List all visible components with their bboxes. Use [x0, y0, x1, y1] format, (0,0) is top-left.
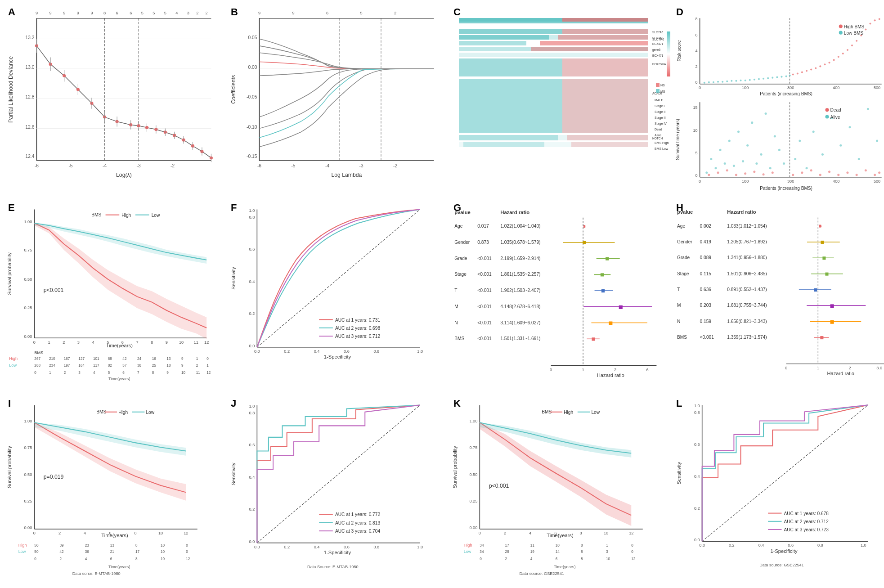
- svg-text:15: 15: [693, 105, 697, 110]
- svg-text:Hazard ratio: Hazard ratio: [500, 210, 530, 215]
- svg-text:0.25: 0.25: [469, 499, 477, 503]
- svg-text:0.75: 0.75: [24, 248, 32, 252]
- svg-text:12: 12: [184, 531, 188, 535]
- svg-point-229: [746, 144, 749, 147]
- svg-text:Sensitivity: Sensitivity: [231, 267, 236, 290]
- svg-text:2: 2: [63, 340, 65, 345]
- svg-text:2: 2: [196, 364, 198, 368]
- svg-text:21: 21: [110, 550, 115, 554]
- svg-text:1.501(0.906~2.485): 1.501(0.906~2.485): [727, 271, 767, 276]
- svg-text:1.902(1.503~2.407): 1.902(1.503~2.407): [500, 288, 540, 293]
- svg-text:1: 1: [582, 368, 584, 372]
- svg-text:0.4: 0.4: [314, 545, 320, 549]
- svg-text:Low: Low: [9, 363, 17, 368]
- svg-text:1.205(0.767~1.892): 1.205(0.767~1.892): [727, 239, 767, 244]
- svg-text:1.033(1.012~1.054): 1.033(1.012~1.054): [727, 224, 767, 229]
- svg-text:12: 12: [186, 557, 190, 561]
- svg-text:5: 5: [153, 11, 155, 15]
- svg-text:High: High: [18, 543, 27, 548]
- svg-text:8: 8: [579, 531, 582, 535]
- svg-text:4: 4: [696, 49, 698, 53]
- svg-rect-136: [656, 89, 660, 93]
- svg-point-164: [713, 81, 714, 83]
- svg-text:39: 39: [60, 543, 64, 548]
- svg-text:2: 2: [206, 11, 208, 15]
- panel-j: J Sensitivity 1-Specificity 0.0 0.2 0.4 …: [227, 396, 448, 588]
- svg-text:3.114(1.609~6.027): 3.114(1.609~6.027): [500, 320, 540, 325]
- svg-text:-0.10: -0.10: [247, 125, 257, 130]
- svg-point-246: [858, 158, 860, 160]
- panel-e-label: E: [8, 202, 15, 214]
- svg-point-189: [824, 63, 826, 65]
- svg-point-238: [794, 158, 796, 160]
- svg-text:Sensitivity: Sensitivity: [231, 462, 236, 485]
- svg-text:50: 50: [34, 543, 39, 548]
- svg-text:-3: -3: [137, 163, 141, 168]
- svg-point-188: [819, 65, 821, 67]
- panel-a-svg: Partial Likelihood Deviance Log(λ) 12.4 …: [4, 4, 225, 193]
- svg-text:p<0.001: p<0.001: [489, 483, 509, 489]
- svg-text:0.4: 0.4: [758, 543, 764, 548]
- svg-text:1.00: 1.00: [469, 419, 477, 423]
- panel-e-svg: Survival probability Time(years) 0.00 0.…: [4, 200, 225, 393]
- svg-text:8: 8: [581, 557, 583, 561]
- svg-rect-388: [601, 273, 604, 276]
- svg-text:0: 0: [479, 531, 481, 535]
- svg-text:10: 10: [556, 543, 560, 548]
- svg-text:6: 6: [326, 11, 328, 15]
- svg-point-268: [825, 108, 829, 112]
- svg-text:Data Source: E-MTAB-1980: Data Source: E-MTAB-1980: [307, 565, 359, 569]
- svg-text:Partial Likelihood Deviance: Partial Likelihood Deviance: [8, 56, 14, 123]
- svg-rect-398: [619, 305, 623, 309]
- svg-rect-452: [830, 320, 834, 324]
- svg-point-169: [735, 80, 737, 82]
- panel-e: E Survival probability Time(years) 0.00 …: [4, 200, 225, 394]
- svg-text:2: 2: [848, 366, 851, 370]
- svg-text:BMS High: BMS High: [655, 141, 669, 145]
- panel-i-svg: Survival probability Time(years) 0.00 0.…: [4, 396, 225, 588]
- svg-text:p=0.019: p=0.019: [44, 474, 64, 480]
- svg-rect-120: [571, 142, 648, 147]
- svg-text:0: 0: [34, 557, 36, 561]
- svg-text:0.002: 0.002: [700, 224, 712, 229]
- svg-text:17: 17: [135, 550, 140, 554]
- svg-rect-106: [531, 47, 648, 51]
- svg-rect-432: [822, 256, 826, 260]
- svg-text:0.0: 0.0: [254, 545, 260, 549]
- svg-text:Data sorce: E-MTAB-1980: Data sorce: E-MTAB-1980: [72, 571, 121, 576]
- svg-text:-2: -2: [171, 163, 175, 168]
- svg-point-185: [806, 70, 808, 72]
- svg-text:SLC7A8: SLC7A8: [652, 36, 664, 40]
- svg-text:0.4: 0.4: [249, 279, 255, 284]
- svg-text:6: 6: [556, 557, 558, 561]
- svg-text:4: 4: [529, 531, 531, 535]
- svg-point-201: [879, 18, 880, 20]
- svg-text:36: 36: [85, 550, 90, 554]
- svg-text:11: 11: [196, 371, 201, 375]
- svg-text:2: 2: [394, 11, 396, 15]
- panel-c: C SLC7A6: [450, 4, 670, 198]
- panel-g-svg: pvalue Hazard ratio Age 0.017 1.022(1.00…: [450, 200, 670, 393]
- svg-text:0.203: 0.203: [700, 303, 712, 308]
- svg-text:10: 10: [161, 550, 165, 554]
- svg-text:Dead: Dead: [830, 108, 841, 112]
- svg-text:1.0: 1.0: [417, 349, 423, 354]
- svg-text:0.00: 0.00: [24, 525, 32, 530]
- svg-text:0.115: 0.115: [700, 271, 712, 276]
- svg-text:BMS: BMS: [91, 212, 101, 217]
- svg-text:4: 4: [92, 340, 94, 345]
- svg-text:AUC at 1 years: 0.678: AUC at 1 years: 0.678: [784, 511, 829, 516]
- svg-rect-427: [821, 241, 824, 244]
- svg-text:gene5: gene5: [652, 48, 660, 52]
- svg-text:AUC at 3 years: 0.704: AUC at 3 years: 0.704: [335, 529, 381, 534]
- svg-text:-2: -2: [393, 163, 397, 168]
- svg-text:9: 9: [166, 340, 168, 345]
- svg-text:0: 0: [480, 557, 482, 561]
- svg-text:0.636: 0.636: [700, 287, 712, 292]
- svg-point-187: [815, 67, 817, 69]
- svg-point-267: [878, 171, 880, 174]
- svg-text:0.891(0.552~1.437): 0.891(0.552~1.437): [727, 287, 767, 292]
- svg-text:0.2: 0.2: [694, 506, 700, 511]
- svg-text:17: 17: [505, 543, 510, 548]
- svg-text:101: 101: [93, 357, 99, 361]
